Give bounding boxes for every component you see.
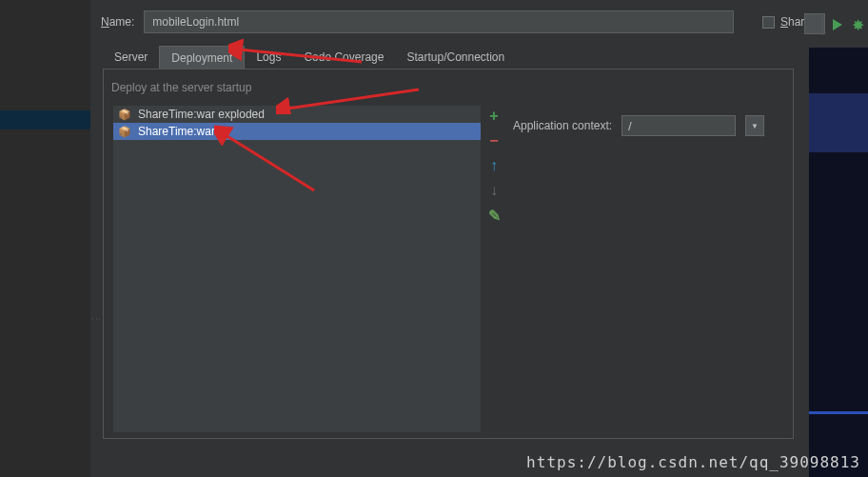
app-context-label: Application context: [513, 119, 612, 132]
name-input[interactable] [144, 10, 734, 33]
up-icon[interactable]: ↑ [490, 157, 498, 174]
add-icon[interactable]: + [489, 108, 498, 125]
artifact-list[interactable]: 📦 ShareTime:war exploded 📦 ShareTime:war [113, 106, 481, 432]
tab-logs[interactable]: Logs [245, 46, 292, 70]
tab-code-coverage[interactable]: Code Coverage [292, 46, 395, 70]
tab-deployment[interactable]: Deployment [159, 46, 245, 70]
watermark: https://blog.csdn.net/qq_39098813 [526, 453, 860, 471]
edit-icon[interactable]: ✎ [488, 207, 501, 225]
run-icon[interactable] [833, 19, 842, 30]
deploy-label: Deploy at the server startup [111, 81, 251, 94]
list-item-label: ShareTime:war exploded [138, 108, 265, 121]
list-item[interactable]: 📦 ShareTime:war exploded [113, 106, 481, 123]
app-context-input[interactable] [621, 115, 736, 136]
artifact-icon: 📦 [118, 126, 131, 138]
header: Name: Share [101, 11, 811, 32]
artifact-icon: 📦 [118, 109, 131, 121]
tab-startup-connection[interactable]: Startup/Connection [395, 46, 516, 70]
down-icon[interactable]: ↓ [490, 182, 498, 199]
name-label: Name: [101, 15, 134, 29]
run-toolbar: ✸ [822, 14, 868, 35]
right-highlight [809, 93, 868, 152]
tab-server[interactable]: Server [103, 46, 159, 70]
application-context: Application context: ▼ [513, 115, 764, 136]
checkbox-icon [762, 16, 775, 29]
remove-icon[interactable]: − [489, 132, 498, 149]
list-item[interactable]: 📦 ShareTime:war [113, 123, 481, 140]
debug-icon[interactable]: ✸ [852, 16, 864, 34]
deployment-panel: Deploy at the server startup 📦 ShareTime… [103, 69, 794, 439]
right-highlight-2 [809, 411, 868, 414]
chevron-down-icon[interactable]: ▼ [745, 115, 764, 136]
resize-handle[interactable]: ⋮ [91, 314, 102, 324]
left-gutter [0, 0, 90, 477]
list-item-label: ShareTime:war [138, 125, 215, 138]
left-selection [0, 110, 90, 129]
separator [822, 14, 823, 35]
list-button-column: + − ↑ ↓ ✎ [485, 108, 503, 225]
tabs: Server Deployment Logs Code Coverage Sta… [103, 46, 794, 70]
